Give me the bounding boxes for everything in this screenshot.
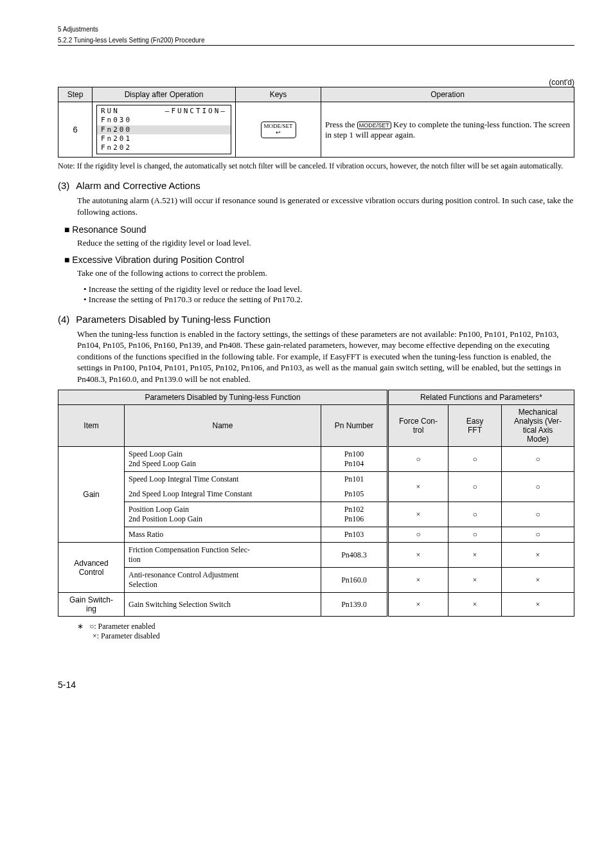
page-number: 5-14 (58, 680, 574, 690)
disp-fn201: Fn201 (101, 134, 227, 143)
keys-cell: MODE/SET ↩ (236, 102, 321, 158)
bullet-2: • Increase the setting of Pn170.3 or red… (84, 294, 574, 305)
inline-modeset-key: MODE/SET (357, 122, 391, 129)
disp-fn030: Fn030 (101, 116, 227, 125)
r4-e: ○ (449, 527, 502, 543)
r7-m: × (502, 593, 574, 617)
r4-m: ○ (502, 527, 574, 543)
th-force: Force Con-trol (388, 405, 449, 447)
params-table: Parameters Disabled by Tuning-less Funct… (58, 390, 574, 617)
display-after-op: RUN—FUNCTION— Fn030 Fn200 Fn201 Fn202 (93, 102, 236, 158)
r4-pn: Pn103 (321, 527, 388, 543)
disp-run: RUN (101, 107, 120, 116)
footnote-l1: ○: Parameter enabled (89, 622, 155, 631)
resonance-heading: Resonance Sound (64, 224, 574, 235)
r7-f: × (388, 593, 449, 617)
r6-pn: Pn160.0 (321, 568, 388, 593)
r5-name: Friction Compensation Function Selec-tio… (125, 543, 321, 568)
disp-fn200: Fn200 (97, 125, 231, 134)
step-number: 6 (58, 102, 93, 158)
bullet-1: • Increase the setting of the rigidity l… (84, 284, 574, 294)
th-name: Name (125, 405, 321, 447)
th-related: Related Functions and Parameters* (388, 390, 574, 405)
r2a-name: Speed Loop Integral Time Constant (125, 472, 321, 487)
resonance-body: Reduce the setting of the rigidity level… (77, 237, 574, 249)
th-item: Item (58, 405, 125, 447)
return-arrow-icon: ↩ (276, 129, 281, 136)
r5-f: × (388, 543, 449, 568)
footnote-star: ∗ (77, 622, 84, 631)
r7-pn: Pn139.0 (321, 593, 388, 617)
r2a-pn: Pn101 (321, 472, 388, 487)
section-4-heading: (4)Parameters Disabled by Tuning-less Fu… (58, 314, 574, 325)
r7-name: Gain Switching Selection Switch (125, 593, 321, 617)
s4-num: (4) (58, 314, 69, 325)
r1-m: ○ (502, 447, 574, 472)
r2-m: ○ (502, 472, 574, 502)
r6-name: Anti-resonance Control AdjustmentSelecti… (125, 568, 321, 593)
r2-e: ○ (449, 472, 502, 502)
modeset-key-icon: MODE/SET ↩ (261, 122, 296, 138)
step-table: Step Display after Operation Keys Operat… (58, 87, 574, 158)
footnote: ∗ ○: Parameter enabled ×: Parameter disa… (77, 622, 574, 641)
section-3-heading: (3)Alarm and Corrective Actions (58, 180, 574, 191)
r1-pn: Pn100Pn104 (321, 447, 388, 472)
r2b-pn: Pn105 (321, 487, 388, 502)
r4-f: ○ (388, 527, 449, 543)
footnote-l2: ×: Parameter disabled (93, 631, 160, 640)
r6-e: × (449, 568, 502, 593)
r1-f: ○ (388, 447, 449, 472)
s3-num: (3) (58, 180, 69, 191)
th-keys: Keys (236, 87, 321, 102)
r3-f: × (388, 502, 449, 527)
r7-e: × (449, 593, 502, 617)
r2b-name: 2nd Speed Loop Integral Time Constant (125, 487, 321, 502)
th-mech: MechanicalAnalysis (Ver-tical AxisMode) (502, 405, 574, 447)
r3-pn: Pn102Pn106 (321, 502, 388, 527)
note-text: Note: If the rigidity level is changed, … (77, 161, 574, 171)
th-display: Display after Operation (93, 87, 236, 102)
op-text-a: Press the (325, 120, 357, 129)
th-step: Step (58, 87, 93, 102)
contd-label: (cont'd) (58, 78, 574, 87)
r5-m: × (502, 543, 574, 568)
vibration-body: Take one of the following actions to cor… (77, 267, 574, 279)
chapter-label: 5 Adjustments (58, 26, 574, 33)
r1-e: ○ (449, 447, 502, 472)
r6-m: × (502, 568, 574, 593)
r5-e: × (449, 543, 502, 568)
r5-pn: Pn408.3 (321, 543, 388, 568)
r3-name: Position Loop Gain2nd Position Loop Gain (125, 502, 321, 527)
modeset-label: MODE/SET (264, 123, 293, 129)
r3-m: ○ (502, 502, 574, 527)
r4-name: Mass Ratio (125, 527, 321, 543)
item-gain: Gain (58, 447, 125, 543)
r1-name: Speed Loop Gain2nd Speed Loop Gain (125, 447, 321, 472)
r3-e: ○ (449, 502, 502, 527)
item-gainswitch: Gain Switch-ing (58, 593, 125, 617)
disp-fn202: Fn202 (101, 143, 227, 152)
vibration-heading: Excessive Vibration during Position Cont… (64, 255, 574, 265)
s4-title: Parameters Disabled by Tuning-less Funct… (76, 314, 271, 325)
item-advanced: AdvancedControl (58, 543, 125, 593)
section-label: 5.2.2 Tuning-less Levels Setting (Fn200)… (58, 37, 574, 46)
s3-body: The autotuning alarm (A.521) will occur … (77, 195, 574, 217)
r6-f: × (388, 568, 449, 593)
th-disabled: Parameters Disabled by Tuning-less Funct… (58, 390, 388, 405)
operation-cell: Press the MODE/SET Key to complete the t… (321, 102, 574, 158)
th-pn: Pn Number (321, 405, 388, 447)
disp-function: —FUNCTION— (165, 107, 227, 116)
s3-title: Alarm and Corrective Actions (76, 180, 200, 191)
th-operation: Operation (321, 87, 574, 102)
r2-f: × (388, 472, 449, 502)
s4-body: When the tuning-less function is enabled… (77, 329, 574, 385)
th-easy: EasyFFT (449, 405, 502, 447)
